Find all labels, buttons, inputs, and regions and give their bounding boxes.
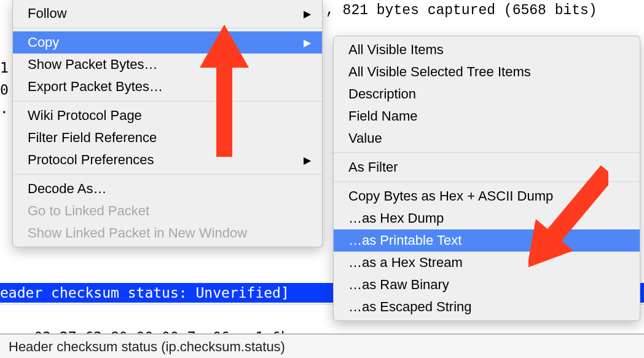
menu-item-follow[interactable]: Follow ▶	[13, 2, 322, 25]
menu-label: …as a Hex Stream	[348, 255, 463, 271]
menu-label: Filter Field Reference	[28, 130, 157, 146]
menu-item-show-linked-packet-new-window: Show Linked Packet in New Window	[13, 222, 322, 244]
menu-item-filter-field-reference[interactable]: Filter Field Reference	[13, 127, 322, 149]
menu-item-go-to-linked-packet: Go to Linked Packet	[13, 200, 322, 222]
menu-label: Copy Bytes as Hex + ASCII Dump	[348, 188, 553, 204]
submenu-arrow-icon: ▶	[304, 37, 311, 49]
menu-label: As Filter	[348, 159, 398, 175]
menu-item-copy[interactable]: Copy ▶	[13, 31, 322, 54]
menu-item-as-printable-text[interactable]: …as Printable Text	[334, 229, 640, 252]
menu-label: All Visible Selected Tree Items	[348, 64, 531, 80]
menu-label: Show Packet Bytes…	[28, 57, 158, 73]
menu-label: Decode As…	[28, 181, 106, 197]
status-bar: Header checksum status (ip.checksum.stat…	[0, 333, 644, 358]
bg-char: 1	[0, 57, 9, 79]
menu-item-all-visible-items[interactable]: All Visible Items	[334, 39, 640, 61]
menu-item-decode-as[interactable]: Decode As…	[13, 178, 322, 200]
bg-char: ·	[0, 101, 9, 123]
menu-label: Go to Linked Packet	[28, 203, 149, 219]
menu-item-show-packet-bytes[interactable]: Show Packet Bytes…	[13, 54, 322, 76]
menu-label: …as Hex Dump	[348, 210, 444, 226]
menu-label: …as Raw Binary	[348, 277, 449, 293]
menu-label: …as Printable Text	[348, 233, 461, 249]
menu-label: Copy	[28, 34, 59, 50]
menu-separator	[334, 153, 640, 153]
menu-label: …as Escaped String	[348, 299, 472, 315]
menu-label: Follow	[28, 6, 67, 22]
menu-item-as-filter[interactable]: As Filter	[334, 156, 640, 178]
menu-separator	[334, 181, 640, 182]
menu-item-wiki-protocol-page[interactable]: Wiki Protocol Page	[13, 105, 322, 127]
menu-label: Field Name	[348, 108, 417, 124]
menu-item-value[interactable]: Value	[334, 127, 640, 149]
menu-label: Description	[348, 86, 416, 102]
menu-item-as-raw-binary[interactable]: …as Raw Binary	[334, 274, 640, 296]
menu-separator	[13, 174, 322, 175]
bg-char: 0	[0, 79, 9, 101]
menu-item-description[interactable]: Description	[334, 83, 640, 105]
menu-item-all-visible-selected-tree-items[interactable]: All Visible Selected Tree Items	[334, 61, 640, 83]
menu-item-export-packet-bytes[interactable]: Export Packet Bytes…	[13, 76, 322, 98]
menu-item-copy-bytes-hex-ascii-dump[interactable]: Copy Bytes as Hex + ASCII Dump	[334, 185, 640, 207]
context-menu-copy-submenu: All Visible Items All Visible Selected T…	[333, 36, 640, 321]
menu-label: Show Linked Packet in New Window	[28, 225, 247, 241]
submenu-arrow-icon: ▶	[304, 8, 311, 20]
menu-item-as-hex-dump[interactable]: …as Hex Dump	[334, 207, 640, 229]
menu-item-as-escaped-string[interactable]: …as Escaped String	[334, 296, 640, 318]
menu-label: Protocol Preferences	[28, 152, 154, 168]
menu-label: Export Packet Bytes…	[28, 79, 163, 95]
menu-label: Wiki Protocol Page	[28, 108, 142, 124]
submenu-arrow-icon: ▶	[304, 154, 311, 166]
context-menu-main: Follow ▶ Copy ▶ Show Packet Bytes… Expor…	[12, 0, 323, 247]
menu-item-field-name[interactable]: Field Name	[334, 105, 640, 127]
menu-separator	[13, 28, 322, 28]
menu-item-as-hex-stream[interactable]: …as a Hex Stream	[334, 252, 640, 274]
menu-item-protocol-preferences[interactable]: Protocol Preferences ▶	[13, 149, 322, 171]
menu-label: Value	[348, 130, 382, 146]
menu-label: All Visible Items	[348, 42, 444, 58]
menu-separator	[13, 101, 322, 101]
